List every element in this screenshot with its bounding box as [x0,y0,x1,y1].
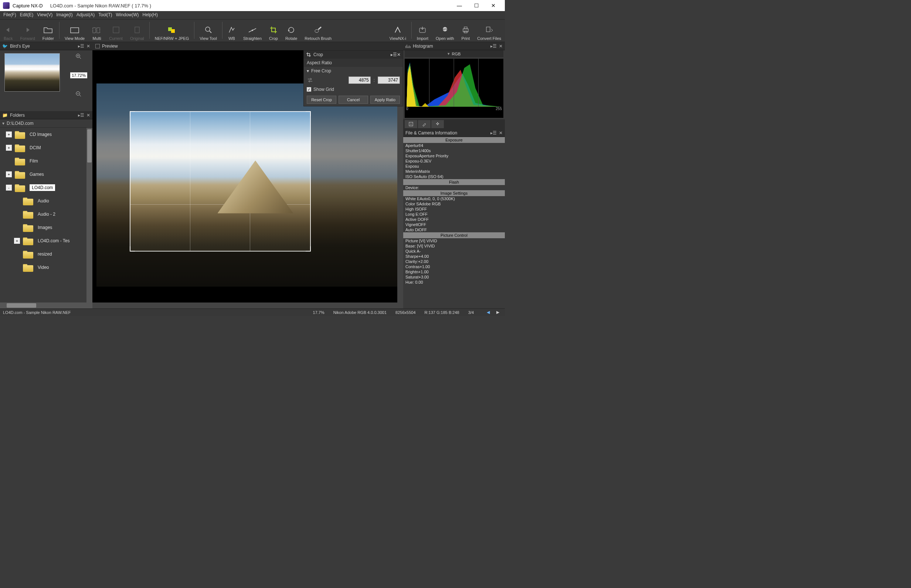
print-button[interactable]: Print [458,20,474,40]
folder-label: Audio [38,198,49,204]
current-button[interactable]: Current [105,20,126,40]
tree-toggle[interactable]: + [14,238,20,244]
wb-button[interactable]: WB [224,20,239,40]
next-image-button[interactable]: ▶ [494,310,502,315]
preview-title: Preview [102,44,118,49]
prev-image-button[interactable]: ◀ [484,310,492,315]
apply-ratio-button[interactable]: Apply Ratio [370,96,400,104]
convert-button[interactable]: Convert Files [473,20,505,40]
minimize-button[interactable]: — [451,0,468,11]
zoom-in-icon[interactable] [75,53,82,60]
birdseye-thumbnail[interactable] [5,53,60,92]
show-grid-row[interactable]: ✓ Show Grid [304,85,403,94]
panel-close-icon[interactable]: ✕ [86,44,90,49]
cancel-crop-button[interactable]: Cancel [338,96,368,104]
folder-row[interactable]: -LO4D.com [0,181,92,194]
chevron-down-icon: ▾ [448,51,450,56]
tab-effects[interactable] [431,120,444,128]
status-rgb: R:137 G:185 B:248 [425,310,460,315]
folder-row[interactable]: +DCIM [0,141,92,154]
original-button[interactable]: Original [126,20,148,40]
birdseye-header: 🐦 Bird's Eye ▸☰ ✕ [0,42,92,50]
openwith-button[interactable]: APPOpen with [432,20,458,40]
canvas-h-scrollbar[interactable] [92,302,403,309]
birdseye-title: Bird's Eye [10,44,30,49]
folder-row[interactable]: Images [0,221,92,234]
zoom-value[interactable]: % [70,73,87,78]
rgb-dropdown[interactable]: ▾ RGB [405,50,503,57]
folder-row[interactable]: resized [0,247,92,261]
menu-window[interactable]: Window(W) [114,11,141,19]
menu-edit[interactable]: Edit(E) [18,11,36,19]
info-row: High ISOFF [403,207,505,212]
panel-collapse-icon[interactable]: ▸☰ [490,44,497,49]
preview-checkbox[interactable] [95,44,100,48]
show-grid-checkbox[interactable]: ✓ [307,87,311,92]
tree-toggle[interactable]: + [6,131,12,137]
reset-crop-button[interactable]: Reset Crop [307,96,336,104]
tab-edit[interactable] [418,120,430,128]
folder-path-bar[interactable]: ▾ D:\LO4D.com [0,119,92,128]
svg-rect-16 [463,29,468,32]
folder-button[interactable]: Folder [39,20,58,40]
maximize-button[interactable]: ☐ [468,0,485,11]
folder-row[interactable]: +CD Images [0,128,92,141]
menu-adjust[interactable]: Adjust(A) [74,11,97,19]
back-button[interactable]: Back [0,20,16,40]
toolbar-separator [222,22,222,39]
tree-toggle[interactable]: + [6,171,12,177]
zoom-input[interactable] [72,73,82,78]
menu-tool[interactable]: Tool(T) [97,11,114,19]
menu-file[interactable]: File(F) [2,11,18,19]
tab-info[interactable] [405,120,417,128]
nef-button[interactable]: NEF/NRW + JPEG [151,20,193,40]
crop-height-input[interactable] [378,76,400,84]
menu-view[interactable]: View(V) [35,11,54,19]
folder-row[interactable]: +Games [0,168,92,181]
folder-icon [15,157,26,165]
info-row: Sharpe+4.00 [403,254,505,259]
import-button[interactable]: Import [413,20,432,40]
folder-row[interactable]: +LO4D.com - Tes [0,234,92,247]
folder-row[interactable]: Film [0,154,92,168]
folder-row[interactable]: Audio - 2 [0,208,92,221]
panel-close-icon[interactable]: ✕ [86,113,90,118]
menu-help[interactable]: Help(H) [141,11,160,19]
free-crop-dropdown[interactable]: ▾ Free Crop [304,67,403,75]
panel-collapse-icon[interactable]: ▸☰ [78,44,84,49]
statusbar: LO4D.com - Sample Nikon RAW.NEF 17.7% Ni… [0,309,505,316]
folder-row[interactable]: Audio [0,194,92,208]
panel-collapse-icon[interactable]: ▸☰ [391,52,397,57]
swap-icon[interactable] [307,77,313,83]
folder-path: D:\LO4D.com [6,121,34,126]
zoom-out-icon[interactable] [75,91,82,97]
rotate-button[interactable]: Rotate [282,20,301,40]
viewmode-button[interactable]: View Mode [61,20,88,40]
folder-icon [15,183,26,192]
menu-image[interactable]: Image(I) [54,11,74,19]
left-h-scrollbar[interactable] [0,302,92,309]
panel-collapse-icon[interactable]: ▸☰ [490,130,497,136]
viewnx-button[interactable]: ViewNX-i [386,20,410,40]
tree-toggle[interactable]: + [6,145,12,151]
viewtool-button[interactable]: View Tool [196,20,221,40]
status-zoom: 17.7% [313,310,325,315]
folder-row[interactable]: Video [0,261,92,274]
folder-scrollbar[interactable] [86,128,92,302]
tree-toggle[interactable]: - [6,185,12,191]
folder-label: LO4D.com [29,184,55,191]
panel-close-icon[interactable]: ✕ [499,44,503,49]
panel-close-icon[interactable]: ✕ [499,130,503,136]
canvas[interactable]: Crop ▸☰ ✕ Aspect Ratio ▾ Free Crop : [92,50,403,309]
straighten-button[interactable]: Straighten [239,20,265,40]
crop-box[interactable] [130,111,311,252]
panel-collapse-icon[interactable]: ▸☰ [78,113,84,118]
folder-icon [23,236,34,245]
crop-width-input[interactable] [348,76,371,84]
close-button[interactable]: ✕ [485,0,502,11]
multi-button[interactable]: Multi [88,20,105,40]
panel-close-icon[interactable]: ✕ [397,52,401,57]
forward-button[interactable]: Forward [16,20,39,40]
crop-button[interactable]: Crop [265,20,282,40]
retouch-button[interactable]: Retouch Brush [301,20,335,40]
